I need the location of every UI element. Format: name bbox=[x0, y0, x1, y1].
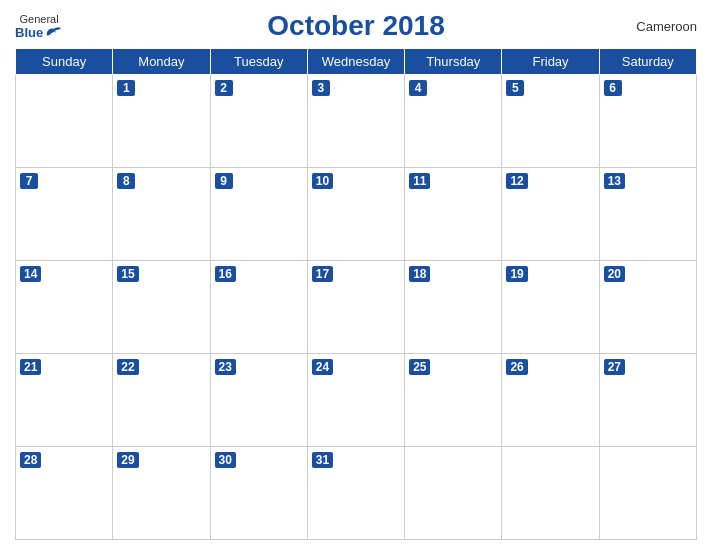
day-number: 18 bbox=[409, 266, 430, 282]
day-number: 29 bbox=[117, 452, 138, 468]
calendar-cell: 29 bbox=[113, 447, 210, 540]
country-label: Cameroon bbox=[636, 19, 697, 34]
day-number: 1 bbox=[117, 80, 135, 96]
day-number: 21 bbox=[20, 359, 41, 375]
calendar-cell: 9 bbox=[210, 168, 307, 261]
calendar-cell: 18 bbox=[405, 261, 502, 354]
calendar-cell: 10 bbox=[307, 168, 404, 261]
calendar-cell bbox=[16, 75, 113, 168]
logo: General Blue bbox=[15, 13, 63, 40]
day-number: 25 bbox=[409, 359, 430, 375]
day-number: 16 bbox=[215, 266, 236, 282]
calendar-cell: 16 bbox=[210, 261, 307, 354]
calendar-cell: 17 bbox=[307, 261, 404, 354]
day-header-thursday: Thursday bbox=[405, 49, 502, 75]
day-header-friday: Friday bbox=[502, 49, 599, 75]
calendar-cell: 5 bbox=[502, 75, 599, 168]
day-number: 31 bbox=[312, 452, 333, 468]
calendar-cell: 15 bbox=[113, 261, 210, 354]
calendar-cell: 13 bbox=[599, 168, 696, 261]
calendar-table: SundayMondayTuesdayWednesdayThursdayFrid… bbox=[15, 48, 697, 540]
day-header-tuesday: Tuesday bbox=[210, 49, 307, 75]
calendar-cell: 20 bbox=[599, 261, 696, 354]
calendar-cell: 22 bbox=[113, 354, 210, 447]
day-number: 11 bbox=[409, 173, 430, 189]
calendar-cell: 27 bbox=[599, 354, 696, 447]
calendar-cell: 25 bbox=[405, 354, 502, 447]
day-number: 10 bbox=[312, 173, 333, 189]
day-header-sunday: Sunday bbox=[16, 49, 113, 75]
calendar-cell: 4 bbox=[405, 75, 502, 168]
calendar-week-4: 21222324252627 bbox=[16, 354, 697, 447]
calendar-cell bbox=[405, 447, 502, 540]
calendar-cell: 11 bbox=[405, 168, 502, 261]
day-number: 19 bbox=[506, 266, 527, 282]
calendar-cell: 8 bbox=[113, 168, 210, 261]
day-number: 23 bbox=[215, 359, 236, 375]
calendar-cell: 21 bbox=[16, 354, 113, 447]
day-number: 14 bbox=[20, 266, 41, 282]
day-number: 30 bbox=[215, 452, 236, 468]
calendar-cell: 3 bbox=[307, 75, 404, 168]
day-number: 13 bbox=[604, 173, 625, 189]
calendar-cell: 24 bbox=[307, 354, 404, 447]
calendar-cell: 1 bbox=[113, 75, 210, 168]
day-number: 3 bbox=[312, 80, 330, 96]
calendar-cell: 7 bbox=[16, 168, 113, 261]
day-number: 12 bbox=[506, 173, 527, 189]
calendar-cell: 26 bbox=[502, 354, 599, 447]
calendar-cell: 30 bbox=[210, 447, 307, 540]
day-number: 5 bbox=[506, 80, 524, 96]
day-number: 17 bbox=[312, 266, 333, 282]
day-number: 6 bbox=[604, 80, 622, 96]
day-number: 28 bbox=[20, 452, 41, 468]
day-number: 4 bbox=[409, 80, 427, 96]
calendar-header: General Blue October 2018 Cameroon bbox=[15, 10, 697, 42]
day-number: 7 bbox=[20, 173, 38, 189]
calendar-cell: 14 bbox=[16, 261, 113, 354]
logo-bird-icon bbox=[45, 25, 63, 39]
day-number: 27 bbox=[604, 359, 625, 375]
day-number: 8 bbox=[117, 173, 135, 189]
logo-blue-text: Blue bbox=[15, 25, 63, 40]
calendar-cell bbox=[502, 447, 599, 540]
page-title: October 2018 bbox=[267, 10, 444, 42]
calendar-cell: 19 bbox=[502, 261, 599, 354]
calendar-cell: 28 bbox=[16, 447, 113, 540]
calendar-cell: 2 bbox=[210, 75, 307, 168]
day-number: 24 bbox=[312, 359, 333, 375]
calendar-week-3: 14151617181920 bbox=[16, 261, 697, 354]
calendar-cell: 6 bbox=[599, 75, 696, 168]
day-number: 15 bbox=[117, 266, 138, 282]
day-header-monday: Monday bbox=[113, 49, 210, 75]
day-number: 20 bbox=[604, 266, 625, 282]
day-header-wednesday: Wednesday bbox=[307, 49, 404, 75]
day-number: 22 bbox=[117, 359, 138, 375]
calendar-week-2: 78910111213 bbox=[16, 168, 697, 261]
logo-general-text: General bbox=[20, 13, 59, 25]
calendar-cell: 31 bbox=[307, 447, 404, 540]
day-number: 9 bbox=[215, 173, 233, 189]
calendar-week-1: 123456 bbox=[16, 75, 697, 168]
calendar-cell: 23 bbox=[210, 354, 307, 447]
day-number: 2 bbox=[215, 80, 233, 96]
calendar-cell bbox=[599, 447, 696, 540]
day-number: 26 bbox=[506, 359, 527, 375]
calendar-week-5: 28293031 bbox=[16, 447, 697, 540]
day-header-saturday: Saturday bbox=[599, 49, 696, 75]
calendar-header-row: SundayMondayTuesdayWednesdayThursdayFrid… bbox=[16, 49, 697, 75]
calendar-cell: 12 bbox=[502, 168, 599, 261]
